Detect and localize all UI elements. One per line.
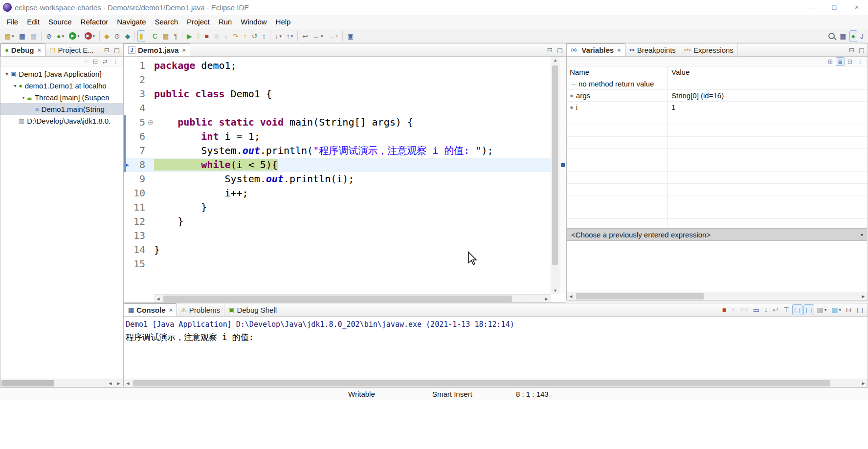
- menu-file[interactable]: File: [2, 15, 22, 29]
- debug-tree-item[interactable]: ▥D:\Develop\Java\jdk1.8.0.: [0, 115, 123, 127]
- menu-window[interactable]: Window: [236, 15, 271, 29]
- column-header-name[interactable]: Name: [567, 66, 668, 78]
- line-number[interactable]: 4: [131, 101, 147, 115]
- expander-icon[interactable]: ▾: [12, 83, 19, 88]
- scroll-right-icon[interactable]: ►: [859, 381, 868, 386]
- previous-annotation-button[interactable]: ↑▾: [285, 30, 295, 42]
- forward-dropdown-arrow[interactable]: ▾: [336, 34, 338, 39]
- menu-navigate[interactable]: Navigate: [112, 15, 150, 29]
- open-type-button[interactable]: ◆: [102, 30, 111, 42]
- line-number[interactable]: 3: [131, 87, 147, 101]
- line-number[interactable]: 7: [131, 144, 147, 158]
- new-dropdown-arrow[interactable]: ▾: [12, 34, 14, 39]
- scroll-lock-button[interactable]: ↕: [762, 304, 770, 315]
- scroll-down-icon[interactable]: ▼: [551, 288, 559, 293]
- maximize-view-button[interactable]: ▢: [859, 46, 865, 54]
- display-selected-console-dropdown-arrow[interactable]: ▾: [839, 307, 842, 312]
- display-selected-console-button[interactable]: ▥▾: [829, 304, 843, 315]
- column-header-value[interactable]: Value: [668, 66, 868, 78]
- new-java-package-button[interactable]: ▦: [160, 30, 171, 42]
- search-button[interactable]: ⊙: [112, 30, 122, 42]
- debug-dropdown-arrow[interactable]: ▾: [62, 34, 64, 39]
- back-button[interactable]: ←▾: [311, 30, 325, 42]
- minimize-view-button[interactable]: ⊟: [849, 46, 854, 54]
- code-line[interactable]: 6 int i = 1;: [124, 129, 551, 144]
- editor-vertical-scrollbar[interactable]: ▲ ▼: [551, 57, 559, 294]
- variable-row[interactable]: ●i1: [567, 102, 868, 113]
- variable-row[interactable]: →no method return value: [567, 78, 868, 90]
- scroll-up-icon[interactable]: ▲: [551, 58, 559, 63]
- new-java-class-button[interactable]: C: [151, 30, 159, 42]
- code-line[interactable]: 3public class Demo1 {: [124, 87, 551, 101]
- forward-button[interactable]: →▾: [326, 30, 340, 42]
- show-whitespace-button[interactable]: ¶: [172, 30, 179, 42]
- menu-run[interactable]: Run: [214, 15, 237, 29]
- variable-detail-pane[interactable]: [567, 241, 868, 292]
- code-line[interactable]: 5− public static void main(String[] args…: [124, 115, 551, 129]
- disconnect-button[interactable]: ⊗: [212, 30, 222, 42]
- code-line[interactable]: 1package demo1;: [124, 59, 551, 73]
- view-tab-variables[interactable]: (x)=Variables×: [567, 43, 625, 56]
- console-body[interactable]: Demo1 [Java Application] D:\Develop\Java…: [124, 317, 868, 379]
- collapse-all-button[interactable]: ⊟: [91, 57, 100, 66]
- code-line[interactable]: 13: [124, 229, 551, 243]
- step-return-button[interactable]: ↑: [241, 30, 248, 42]
- show-logical-structures-button[interactable]: ≣: [836, 57, 845, 66]
- open-console-dropdown-arrow[interactable]: ▾: [824, 307, 827, 312]
- scrollbar-thumb[interactable]: [552, 65, 558, 265]
- window-maximize-button[interactable]: □: [823, 0, 846, 15]
- close-tab-icon[interactable]: ×: [617, 46, 621, 54]
- scroll-right-icon[interactable]: ►: [114, 381, 123, 386]
- debug-tree-item[interactable]: ▾≣Thread [main] (Suspen: [0, 91, 123, 103]
- scroll-right-icon[interactable]: ►: [859, 294, 868, 299]
- console-hscrollbar[interactable]: ◄ ►: [124, 379, 868, 387]
- remove-launch-button[interactable]: ×: [729, 304, 737, 315]
- line-number[interactable]: 14: [131, 243, 147, 257]
- show-type-names-button[interactable]: ⊞: [826, 57, 835, 66]
- save-all-button[interactable]: ▦: [28, 30, 39, 42]
- open-console-button[interactable]: ▦▾: [815, 304, 829, 315]
- skip-all-breakpoints-button[interactable]: ⊘: [44, 30, 54, 42]
- pin-console-button[interactable]: ⊤: [781, 304, 791, 315]
- expander-icon[interactable]: ▾: [20, 95, 27, 100]
- scrollbar-thumb[interactable]: [1, 380, 54, 386]
- save-button[interactable]: ▦: [17, 30, 27, 42]
- debug-perspective-button[interactable]: ●: [849, 30, 857, 42]
- maximize-view-button[interactable]: ▢: [557, 46, 563, 54]
- view-tab-console[interactable]: ▦Console×: [124, 303, 177, 316]
- menu-search[interactable]: Search: [150, 15, 182, 29]
- debug-view-hscrollbar[interactable]: ◄ ►: [0, 379, 123, 387]
- code-line[interactable]: ▶8 while(i < 5){: [124, 158, 551, 172]
- last-edit-location-button[interactable]: ↩: [300, 30, 310, 42]
- open-task-button[interactable]: ◆: [123, 30, 133, 42]
- terminate-console-button[interactable]: ■: [720, 304, 728, 315]
- debug-button[interactable]: ●▾: [55, 30, 66, 42]
- open-perspective-button[interactable]: ▦: [838, 30, 848, 42]
- scroll-left-icon[interactable]: ◄: [567, 294, 575, 299]
- scroll-left-icon[interactable]: ◄: [106, 381, 114, 386]
- toggle-mark-occurrences-button[interactable]: ▮: [137, 30, 145, 42]
- menu-source[interactable]: Source: [44, 15, 76, 29]
- remove-all-terminated-launches-button[interactable]: ××: [738, 304, 750, 315]
- view-tab-breakpoints[interactable]: ●●Breakpoints: [625, 43, 680, 56]
- line-number[interactable]: 2: [131, 73, 147, 87]
- code-line[interactable]: 14}: [124, 243, 551, 257]
- line-number[interactable]: 5: [131, 115, 147, 129]
- code-line[interactable]: 15: [124, 257, 551, 271]
- debug-tree-item[interactable]: ≡Demo1.main(String: [0, 103, 123, 115]
- close-tab-icon[interactable]: ×: [182, 46, 186, 54]
- next-annotation-button[interactable]: ↓▾: [273, 30, 284, 42]
- window-close-button[interactable]: ×: [846, 0, 868, 15]
- step-over-button[interactable]: ↷: [231, 30, 241, 42]
- editor-hscrollbar[interactable]: ◄ ►: [154, 294, 551, 302]
- scrollbar-track[interactable]: [0, 379, 106, 387]
- line-number[interactable]: 1: [131, 59, 147, 73]
- line-number[interactable]: 6: [131, 129, 147, 144]
- close-tab-icon[interactable]: ×: [169, 306, 173, 314]
- new-button[interactable]: ▤▾: [2, 30, 16, 42]
- external-tools-button[interactable]: ▶▾: [83, 30, 97, 42]
- menu-help[interactable]: Help: [271, 15, 295, 29]
- minimize-view-button[interactable]: ⊟: [104, 46, 110, 54]
- maximize-view-button[interactable]: ▢: [855, 304, 865, 315]
- line-number[interactable]: 10: [131, 186, 147, 200]
